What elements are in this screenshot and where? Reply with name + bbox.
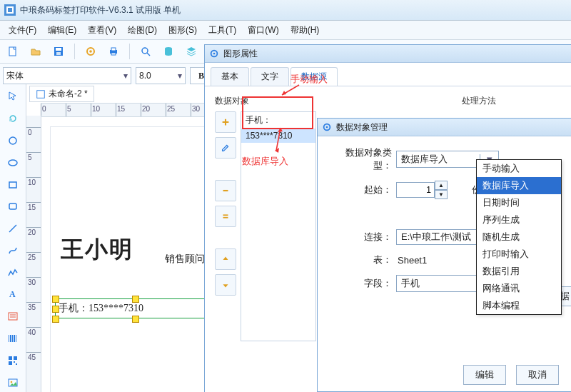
tool-ellipse[interactable] xyxy=(3,153,23,172)
btn-clear[interactable] xyxy=(215,206,236,227)
tool-round[interactable] xyxy=(3,197,23,216)
tab-basic[interactable]: 基本 xyxy=(211,67,249,86)
svg-point-8 xyxy=(89,50,92,53)
svg-rect-11 xyxy=(111,53,116,55)
btn-down[interactable] xyxy=(215,274,236,296)
table-label: 表： xyxy=(328,253,396,266)
svg-rect-25 xyxy=(10,335,11,342)
svg-rect-29 xyxy=(9,356,12,360)
menu-bar: 文件(F) 编辑(E) 查看(V) 绘图(D) 图形(S) 工具(T) 窗口(W… xyxy=(0,21,571,40)
start-label: 起始： xyxy=(328,184,396,196)
text-phone-selected[interactable]: 手机：153****7310 xyxy=(55,298,223,318)
tool-richtext[interactable] xyxy=(3,307,23,326)
dd-item[interactable]: 数据引用 xyxy=(477,263,561,280)
tb-open[interactable] xyxy=(26,41,46,61)
gear-icon xyxy=(209,49,219,59)
svg-rect-33 xyxy=(16,363,17,365)
label-page[interactable]: 王小明 销售顾问 手机：153****7310 xyxy=(51,127,222,392)
menu-draw[interactable]: 绘图(D) xyxy=(122,22,163,39)
tool-line[interactable] xyxy=(3,219,23,238)
tb-new[interactable] xyxy=(3,41,23,61)
highlight-box xyxy=(242,96,313,129)
svg-point-16 xyxy=(9,160,17,166)
left-toolbox: A xyxy=(0,84,26,392)
tb-save[interactable] xyxy=(49,41,69,61)
dd-item[interactable]: 打印时输入 xyxy=(477,246,561,263)
font-name-select[interactable]: 宋体▾ xyxy=(3,67,131,84)
svg-rect-26 xyxy=(12,335,13,342)
svg-rect-5 xyxy=(56,48,61,51)
tool-pointer[interactable] xyxy=(3,87,23,106)
tool-polyline[interactable] xyxy=(3,263,23,282)
annotation-db: 数据库导入 xyxy=(242,155,288,168)
menu-tools[interactable]: 工具(T) xyxy=(203,22,242,39)
tool-rotate[interactable] xyxy=(3,109,23,129)
start-input[interactable] xyxy=(396,182,435,198)
table-value: Sheet1 xyxy=(396,255,427,266)
svg-point-38 xyxy=(213,53,216,55)
properties-title: 图形属性 xyxy=(223,48,258,60)
dd-item[interactable]: 脚本编程 xyxy=(477,297,561,314)
btn-add[interactable] xyxy=(215,111,236,133)
dd-item[interactable]: 序列生成 xyxy=(477,211,561,228)
spin-down-icon[interactable]: ▼ xyxy=(435,190,448,199)
gear-icon xyxy=(322,122,332,132)
btn-remove[interactable] xyxy=(215,180,236,201)
menu-edit[interactable]: 编辑(E) xyxy=(42,22,82,39)
ruler-vertical: 0 5 10 15 20 25 30 35 40 45 xyxy=(26,116,41,392)
type-dropdown-list[interactable]: 手动输入 数据库导入 日期时间 序列生成 随机生成 打印时输入 数据引用 网络通… xyxy=(476,159,562,315)
svg-rect-18 xyxy=(9,203,16,209)
spin-up-icon[interactable]: ▲ xyxy=(435,181,448,190)
tb-settings[interactable] xyxy=(81,41,101,61)
cancel-button[interactable]: 取消 xyxy=(516,365,559,385)
dom-titlebar[interactable]: 数据对象管理 xyxy=(318,119,571,136)
process-section: 处理方法 xyxy=(462,95,496,107)
svg-rect-32 xyxy=(14,361,15,363)
btn-edit[interactable] xyxy=(215,137,236,159)
properties-titlebar[interactable]: 图形属性 xyxy=(205,45,571,63)
menu-help[interactable]: 帮助(H) xyxy=(285,22,325,39)
tool-image[interactable] xyxy=(3,373,23,392)
svg-line-13 xyxy=(147,53,150,56)
title-bar: 中琅条码标签打印软件-V6.3.1 试用版 单机 xyxy=(0,0,571,21)
tool-rect[interactable] xyxy=(3,175,23,194)
btn-up[interactable] xyxy=(215,248,236,270)
arrow-icon xyxy=(278,84,302,98)
document-tab[interactable]: 未命名-2 * xyxy=(29,86,94,102)
svg-point-12 xyxy=(142,48,148,54)
svg-point-35 xyxy=(11,381,13,383)
dom-title: 数据对象管理 xyxy=(336,121,388,134)
dd-item[interactable]: 数据库导入 xyxy=(477,177,561,194)
menu-shape[interactable]: 图形(S) xyxy=(163,22,203,39)
text-role[interactable]: 销售顾问 xyxy=(165,253,205,266)
menu-file[interactable]: 文件(F) xyxy=(3,22,42,39)
tb-database[interactable] xyxy=(158,41,178,61)
tool-curve[interactable] xyxy=(3,241,23,260)
text-name[interactable]: 王小明 xyxy=(61,234,133,266)
app-icon xyxy=(4,4,16,16)
dd-item[interactable]: 手动输入 xyxy=(477,160,561,177)
menu-view[interactable]: 查看(V) xyxy=(82,22,122,39)
tb-layers[interactable] xyxy=(181,41,201,61)
svg-rect-2 xyxy=(8,8,12,12)
font-size-select[interactable]: 8.0▾ xyxy=(136,67,186,84)
svg-rect-30 xyxy=(14,356,17,360)
svg-rect-28 xyxy=(16,335,16,342)
start-spinner[interactable]: ▲▼ xyxy=(396,181,448,199)
svg-rect-21 xyxy=(9,313,17,320)
svg-rect-6 xyxy=(56,52,61,55)
dd-item[interactable]: 日期时间 xyxy=(477,194,561,211)
tool-circle[interactable] xyxy=(3,131,23,151)
dd-item[interactable]: 随机生成 xyxy=(477,228,561,246)
tb-preview[interactable] xyxy=(136,41,156,61)
tool-text[interactable]: A xyxy=(3,285,23,304)
dd-item[interactable]: 网络通讯 xyxy=(477,280,561,297)
tool-qrcode[interactable] xyxy=(3,351,23,370)
menu-window[interactable]: 窗口(W) xyxy=(242,22,284,39)
tb-print[interactable] xyxy=(103,41,123,61)
field-dropdown[interactable]: 手机 xyxy=(396,275,485,292)
edit-button[interactable]: 编辑 xyxy=(463,365,506,385)
data-object-manage-window[interactable]: 数据对象管理 数据对象类型： 数据库导入▼ 起始： ▲▼ 份数 连接： E:\中… xyxy=(317,118,571,392)
conn-label: 连接： xyxy=(328,231,396,243)
tool-barcode[interactable] xyxy=(3,329,23,348)
